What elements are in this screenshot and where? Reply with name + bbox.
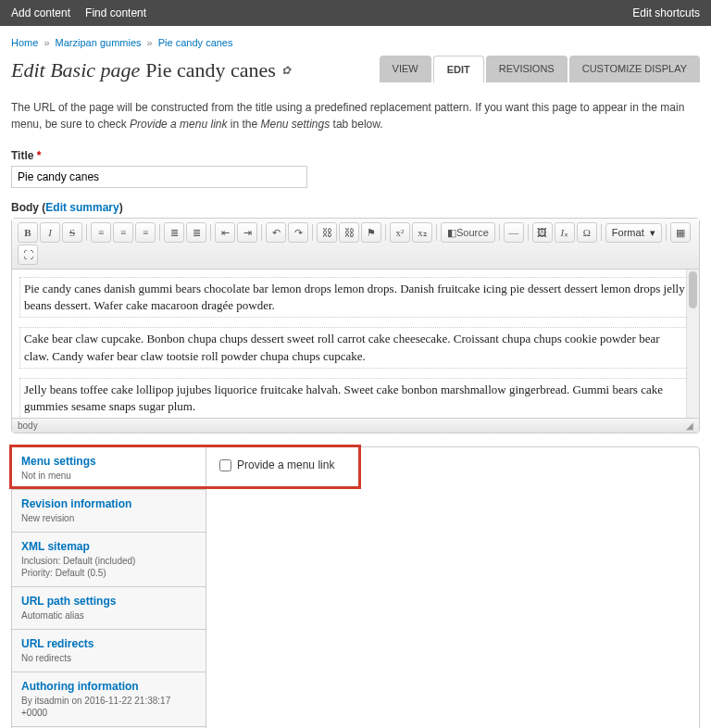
tab-customize-display[interactable]: CUSTOMIZE DISPLAY xyxy=(569,56,700,82)
image-icon[interactable]: 🖼 xyxy=(532,222,553,243)
tab-view[interactable]: VIEW xyxy=(380,56,431,82)
page-title: Edit Basic page Pie candy canes ✿ xyxy=(11,58,291,82)
toolbar-edit-shortcuts[interactable]: Edit shortcuts xyxy=(632,6,700,19)
link-icon[interactable]: ⛓ xyxy=(317,222,337,243)
outdent-icon[interactable]: ⇤ xyxy=(215,222,235,243)
number-list-icon[interactable]: ≣ xyxy=(186,222,206,243)
bold-icon[interactable]: B xyxy=(18,222,38,243)
maximize-icon[interactable]: ⛶ xyxy=(18,245,38,265)
vtab-url-path-settings[interactable]: URL path settings Automatic alias xyxy=(12,587,206,630)
scrollbar[interactable] xyxy=(686,270,699,418)
vtab-revision-information[interactable]: Revision information New revision xyxy=(12,490,206,533)
specialchar-icon[interactable]: Ω xyxy=(577,222,597,243)
remove-format-icon[interactable]: Iₓ xyxy=(555,222,575,243)
strike-icon[interactable]: S xyxy=(62,222,82,243)
body-label: Body (Edit summary) xyxy=(11,201,700,214)
redo-icon[interactable]: ↷ xyxy=(288,222,308,243)
gear-icon[interactable]: ✿ xyxy=(281,64,291,78)
vtab-content: Provide a menu link xyxy=(206,447,699,728)
bullet-list-icon[interactable]: ≣ xyxy=(164,222,184,243)
provide-menu-link-checkbox[interactable] xyxy=(219,459,231,471)
tab-revisions[interactable]: REVISIONS xyxy=(486,56,568,82)
title-label: Title * xyxy=(11,149,700,162)
undo-icon[interactable]: ↶ xyxy=(266,222,286,243)
edit-summary-link[interactable]: Edit summary xyxy=(45,201,118,214)
help-text: The URL of the page will be constructed … xyxy=(11,99,700,132)
vtab-menu-settings[interactable]: Menu settings Not in menu xyxy=(12,447,206,490)
vtab-url-redirects[interactable]: URL redirects No redirects xyxy=(12,630,206,672)
breadcrumb-home[interactable]: Home xyxy=(11,37,38,48)
resize-handle-icon[interactable]: ◢ xyxy=(686,420,693,431)
vtab-xml-sitemap[interactable]: XML sitemap Inclusion: Default (included… xyxy=(12,533,206,587)
breadcrumb-l1[interactable]: Marzipan gummies xyxy=(56,37,142,48)
title-input[interactable] xyxy=(11,166,307,188)
editor-body[interactable]: Pie candy canes danish gummi bears choco… xyxy=(12,270,699,418)
hr-icon[interactable]: — xyxy=(504,222,524,243)
align-right-icon[interactable]: ≡ xyxy=(135,222,156,243)
toolbar-add-content[interactable]: Add content xyxy=(11,6,70,19)
italic-icon[interactable]: I xyxy=(40,222,60,243)
format-dropdown[interactable]: Format ▾ xyxy=(605,223,662,243)
body-editor: B I S ≡ ≡ ≡ ≣ ≣ ⇤ ⇥ ↶ ↷ ⛓ ⛓ ⚑ xyxy=(11,218,700,433)
editor-toolbar: B I S ≡ ≡ ≡ ≣ ≣ ⇤ ⇥ ↶ ↷ ⛓ ⛓ ⚑ xyxy=(12,219,699,270)
subscript-icon[interactable]: x₂ xyxy=(412,222,432,243)
vertical-tabs: Menu settings Not in menu Revision infor… xyxy=(11,446,700,728)
breadcrumb-l2[interactable]: Pie candy canes xyxy=(158,37,233,48)
chevron-down-icon: ▾ xyxy=(650,227,655,239)
table-icon[interactable]: ▦ xyxy=(670,222,691,243)
anchor-icon[interactable]: ⚑ xyxy=(361,222,381,243)
align-center-icon[interactable]: ≡ xyxy=(113,222,133,243)
primary-tabs: VIEW EDIT REVISIONS CUSTOMIZE DISPLAY xyxy=(380,56,700,82)
superscript-icon[interactable]: x² xyxy=(390,222,410,243)
editor-path: body xyxy=(18,420,38,431)
vtab-authoring-information[interactable]: Authoring information By itsadmin on 201… xyxy=(12,672,206,727)
toolbar-find-content[interactable]: Find content xyxy=(85,6,146,19)
align-left-icon[interactable]: ≡ xyxy=(91,222,111,243)
breadcrumb: Home » Marzipan gummies » Pie candy cane… xyxy=(11,37,700,48)
source-button[interactable]: ◧ Source xyxy=(441,222,495,243)
unlink-icon[interactable]: ⛓ xyxy=(339,222,359,243)
indent-icon[interactable]: ⇥ xyxy=(237,222,257,243)
admin-toolbar: Add content Find content Edit shortcuts xyxy=(0,0,711,26)
tab-edit[interactable]: EDIT xyxy=(433,56,484,82)
provide-menu-link-label: Provide a menu link xyxy=(237,458,334,471)
